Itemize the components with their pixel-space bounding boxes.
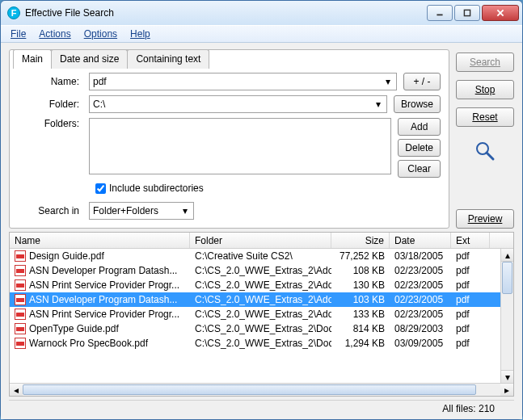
table-row[interactable]: Design Guide.pdfC:\Creative Suite CS2\77…: [10, 249, 513, 263]
status-count: All files: 210: [442, 403, 495, 414]
add-button[interactable]: Add: [398, 118, 441, 136]
scroll-thumb[interactable]: [502, 262, 512, 294]
app-icon: F: [7, 6, 20, 19]
reset-button[interactable]: Reset: [456, 107, 514, 127]
table-row[interactable]: Warnock Pro SpecBook.pdfC:\CS_2.0_WWE_Ex…: [10, 336, 513, 351]
cell-date: 02/23/2005: [390, 265, 451, 276]
menu-help[interactable]: Help: [125, 27, 155, 41]
cell-folder: C:\Creative Suite CS2\: [190, 250, 331, 262]
cell-folder: C:\CS_2.0_WWE_Extras_2\Ado...: [190, 309, 331, 320]
folder-value: C:\: [93, 99, 105, 110]
cell-folder: C:\CS_2.0_WWE_Extras_2\Ado...: [190, 294, 331, 305]
magnify-icon: [474, 140, 496, 165]
vertical-scrollbar[interactable]: ▴ ▾: [500, 249, 513, 383]
name-label: Name:: [18, 76, 82, 87]
cell-name: OpenType Guide.pdf: [10, 323, 190, 334]
results-header: Name Folder Size Date Ext: [10, 233, 513, 249]
pdf-icon: [15, 338, 26, 349]
results-body[interactable]: Design Guide.pdfC:\Creative Suite CS2\77…: [10, 249, 513, 383]
searchin-value: Folder+Folders: [93, 205, 158, 216]
folders-listbox[interactable]: [89, 118, 391, 174]
searchin-combo[interactable]: Folder+Folders ▾: [89, 202, 194, 220]
browse-button[interactable]: Browse: [394, 95, 441, 113]
cell-date: 02/23/2005: [390, 309, 451, 320]
cell-size: 1,294 KB: [331, 338, 390, 349]
scroll-up-icon[interactable]: ▴: [501, 249, 513, 262]
cell-size: 108 KB: [331, 265, 390, 276]
statusbar: All files: 210: [9, 400, 514, 416]
cell-ext: pdf: [451, 338, 490, 349]
cell-date: 03/18/2005: [390, 250, 451, 262]
col-ext[interactable]: Ext: [451, 233, 490, 248]
cell-size: 130 KB: [331, 279, 390, 291]
preview-button[interactable]: Preview: [456, 209, 514, 229]
close-button[interactable]: [482, 5, 519, 21]
search-button[interactable]: Search: [456, 52, 514, 72]
results-list: Name Folder Size Date Ext Design Guide.p…: [9, 232, 514, 397]
scroll-down-icon[interactable]: ▾: [501, 370, 513, 383]
window-title: Effective File Search: [25, 7, 427, 19]
pdf-icon: [15, 309, 26, 320]
cell-folder: C:\CS_2.0_WWE_Extras_2\Doc...: [190, 338, 331, 349]
minimize-button[interactable]: [427, 5, 453, 21]
chevron-down-icon[interactable]: ▾: [179, 204, 192, 217]
chevron-down-icon[interactable]: ▾: [382, 75, 394, 88]
table-row[interactable]: OpenType Guide.pdfC:\CS_2.0_WWE_Extras_2…: [10, 321, 513, 336]
pdf-icon: [15, 279, 26, 291]
menu-options[interactable]: Options: [79, 27, 122, 41]
searchin-label: Search in: [18, 205, 82, 216]
table-row[interactable]: ASN Developer Program Datash...C:\CS_2.0…: [10, 292, 513, 307]
folder-label: Folder:: [18, 99, 82, 110]
cell-ext: pdf: [451, 279, 490, 291]
svg-line-5: [487, 153, 493, 159]
hscroll-thumb[interactable]: [23, 384, 476, 395]
search-panel: Main Date and size Containing text Name:…: [9, 49, 449, 229]
folders-label: Folders:: [18, 118, 82, 129]
cell-folder: C:\CS_2.0_WWE_Extras_2\Ado...: [190, 265, 331, 276]
include-subdirs-label: Include subdirectories: [109, 183, 204, 194]
maximize-button[interactable]: [454, 5, 480, 21]
name-combo[interactable]: pdf ▾: [89, 73, 397, 90]
col-date[interactable]: Date: [390, 233, 451, 248]
scroll-right-icon[interactable]: ▸: [500, 384, 513, 396]
app-window: F Effective File Search File Actions Opt…: [0, 0, 523, 420]
table-row[interactable]: ASN Print Service Provider Progr...C:\CS…: [10, 278, 513, 292]
folder-combo[interactable]: C:\ ▾: [89, 95, 387, 113]
tab-date-size[interactable]: Date and size: [51, 49, 128, 69]
menu-actions[interactable]: Actions: [34, 27, 75, 41]
cell-name: ASN Print Service Provider Progr...: [10, 279, 190, 291]
tab-main[interactable]: Main: [13, 49, 52, 69]
col-size[interactable]: Size: [331, 233, 390, 248]
cell-name: Warnock Pro SpecBook.pdf: [10, 338, 190, 349]
chevron-down-icon[interactable]: ▾: [372, 98, 385, 111]
cell-size: 814 KB: [331, 323, 390, 334]
plus-minus-button[interactable]: + / -: [403, 73, 441, 90]
table-row[interactable]: ASN Developer Program Datash...C:\CS_2.0…: [10, 263, 513, 278]
cell-folder: C:\CS_2.0_WWE_Extras_2\Doc...: [190, 323, 331, 334]
scroll-left-icon[interactable]: ◂: [10, 384, 23, 396]
cell-size: 103 KB: [331, 294, 390, 305]
cell-size: 77,252 KB: [331, 250, 390, 262]
name-value: pdf: [93, 76, 107, 87]
cell-date: 08/29/2003: [390, 323, 451, 334]
cell-name: ASN Developer Program Datash...: [10, 265, 190, 276]
col-folder[interactable]: Folder: [190, 233, 331, 248]
table-row[interactable]: ASN Print Service Provider Progr...C:\CS…: [10, 307, 513, 321]
pdf-icon: [15, 265, 26, 276]
cell-ext: pdf: [451, 265, 490, 276]
col-name[interactable]: Name: [10, 233, 190, 248]
menu-file[interactable]: File: [6, 27, 31, 41]
pdf-icon: [15, 323, 26, 334]
cell-size: 133 KB: [331, 309, 390, 320]
client-area: Main Date and size Containing text Name:…: [1, 43, 522, 419]
clear-button[interactable]: Clear: [398, 160, 441, 178]
stop-button[interactable]: Stop: [456, 80, 514, 99]
cell-ext: pdf: [451, 294, 490, 305]
horizontal-scrollbar[interactable]: ◂ ▸: [10, 383, 513, 396]
cell-folder: C:\CS_2.0_WWE_Extras_2\Ado...: [190, 279, 331, 291]
delete-button[interactable]: Delete: [398, 139, 441, 157]
tab-containing-text[interactable]: Containing text: [127, 49, 209, 69]
cell-date: 03/09/2005: [390, 338, 451, 349]
include-subdirs-checkbox[interactable]: [95, 183, 106, 194]
menubar: File Actions Options Help: [1, 25, 522, 43]
